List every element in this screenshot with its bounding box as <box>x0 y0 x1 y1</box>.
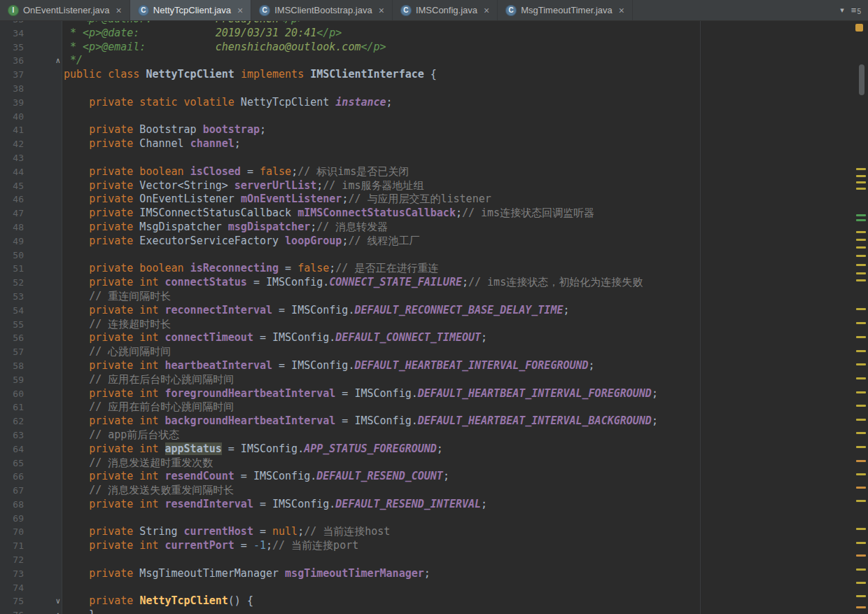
stripe-warning-mark[interactable] <box>856 432 866 434</box>
code-line[interactable]: * <p>@author: FreddyChen</p> <box>64 21 304 27</box>
stripe-warning-mark[interactable] <box>856 336 866 338</box>
code-line[interactable]: private NettyTcpClient() { <box>64 594 253 608</box>
code-line[interactable]: private int connectTimeout = IMSConfig.D… <box>64 331 487 345</box>
tab-IMSClientBootstrap.java[interactable]: CIMSClientBootstrap.java× <box>251 0 393 20</box>
code-line[interactable]: // 消息发送失败重发间隔时长 <box>64 484 234 498</box>
stripe-warning-mark[interactable] <box>856 568 866 571</box>
code-line[interactable]: * <p>@email: chenshichao@outlook.com</p> <box>64 41 386 55</box>
code-token: ; <box>456 207 462 219</box>
code-line[interactable]: private Bootstrap bootstrap; <box>64 123 266 137</box>
fold-marker-icon[interactable]: ∧ <box>24 608 64 614</box>
stripe-warning-mark[interactable] <box>856 528 866 530</box>
code-line[interactable]: private Vector<String> serverUrlList;// … <box>64 179 424 193</box>
code-line[interactable]: private boolean isReconnecting = false;/… <box>64 262 438 276</box>
code-line[interactable]: private String currentHost = null;// 当前连… <box>64 525 390 539</box>
code-line[interactable]: private IMSConnectStatusCallback mIMSCon… <box>64 207 594 221</box>
code-line-row: 53 // 重连间隔时长 <box>0 290 854 304</box>
scrollbar-thumb[interactable] <box>859 64 864 95</box>
code-line[interactable]: private MsgDispatcher msgDispatcher;// 消… <box>64 221 388 235</box>
stripe-warning-mark[interactable] <box>856 239 866 241</box>
code-viewport: 33 * <p>@author: FreddyChen</p>34 * <p>@… <box>0 21 854 614</box>
stripe-warning-mark[interactable] <box>856 188 866 190</box>
close-icon[interactable]: × <box>379 6 384 15</box>
fold-marker-icon[interactable]: ∧ <box>24 54 64 68</box>
stripe-warning-mark[interactable] <box>856 246 866 249</box>
close-icon[interactable]: × <box>116 6 122 15</box>
code-line[interactable]: // 重连间隔时长 <box>64 290 171 304</box>
code-line-row: 59 // 应用在后台时心跳间隔时间 <box>0 373 854 387</box>
code-line[interactable]: private int reconnectInterval = IMSConfi… <box>64 304 569 318</box>
code-line[interactable]: private ExecutorServiceFactory loopGroup… <box>64 235 420 249</box>
stripe-warning-mark[interactable] <box>856 255 866 257</box>
stripe-warning-mark[interactable] <box>856 279 866 281</box>
stripe-warning-mark[interactable] <box>856 473 866 475</box>
stripe-warning-mark[interactable] <box>856 487 866 489</box>
chevron-down-icon[interactable]: ▾ <box>840 6 844 15</box>
code-line-row: 51 private boolean isReconnecting = fals… <box>0 262 854 276</box>
code-token: Bootstrap <box>133 123 202 136</box>
stripe-warning-mark[interactable] <box>856 264 866 266</box>
stripe-warning-mark[interactable] <box>856 542 866 544</box>
stripe-ok-mark[interactable] <box>856 219 866 221</box>
stripe-warning-mark[interactable] <box>856 168 866 170</box>
tab-NettyTcpClient.java[interactable]: CNettyTcpClient.java× <box>130 0 251 20</box>
code-line[interactable]: private int connectStatus = IMSConfig.CO… <box>64 276 643 290</box>
fold-marker-icon <box>24 110 64 124</box>
code-line[interactable]: } <box>64 608 95 614</box>
close-icon[interactable]: × <box>619 6 624 15</box>
stripe-warning-mark[interactable] <box>856 322 866 324</box>
stripe-warning-mark[interactable] <box>856 405 866 407</box>
code-line[interactable]: private int currentPort = -1;// 当前连接port <box>64 539 358 553</box>
code-token: () { <box>228 594 253 607</box>
code-line[interactable]: private OnEventListener mOnEventListener… <box>64 193 491 207</box>
stripe-warning-mark[interactable] <box>856 500 866 502</box>
stripe-warning-mark[interactable] <box>856 554 866 557</box>
editor-area[interactable]: 33 * <p>@author: FreddyChen</p>34 * <p>@… <box>0 21 868 614</box>
code-token <box>158 414 164 427</box>
stripe-warning-mark[interactable] <box>856 419 866 421</box>
code-line[interactable]: private Channel channel; <box>64 137 241 151</box>
stripe-warning-mark[interactable] <box>856 308 866 310</box>
code-line[interactable]: * <p>@date: 2019/03/31 20:41</p> <box>64 27 342 41</box>
code-token: isReconnecting <box>190 262 279 274</box>
tab-list-button[interactable]: ≡5 <box>851 5 861 15</box>
code-line[interactable]: private MsgTimeoutTimerManager msgTimeou… <box>64 567 430 581</box>
stripe-warning-mark[interactable] <box>856 446 866 448</box>
close-icon[interactable]: × <box>484 6 489 15</box>
code-line[interactable]: // 应用在前台时心跳间隔时间 <box>64 400 234 414</box>
stripe-warning-mark[interactable] <box>856 391 866 393</box>
stripe-warning-mark[interactable] <box>856 582 866 584</box>
inspections-indicator[interactable] <box>855 24 863 32</box>
stripe-ok-mark[interactable] <box>856 214 866 216</box>
code-line[interactable]: private static volatile NettyTcpClient i… <box>64 96 393 110</box>
code-line[interactable]: private int foregroundHeartbeatInterval … <box>64 387 658 401</box>
stripe-warning-mark[interactable] <box>856 231 866 233</box>
code-line[interactable]: // 应用在后台时心跳间隔时间 <box>64 373 234 387</box>
code-line[interactable]: public class NettyTcpClient implements I… <box>64 68 437 82</box>
code-line[interactable]: private int appStatus = IMSConfig.APP_ST… <box>64 442 443 456</box>
stripe-warning-mark[interactable] <box>856 175 866 177</box>
stripe-warning-mark[interactable] <box>856 377 866 379</box>
stripe-warning-mark[interactable] <box>856 181 866 183</box>
stripe-warning-mark[interactable] <box>856 272 866 274</box>
code-line[interactable]: // 消息发送超时重发次数 <box>64 456 213 470</box>
code-line[interactable]: // 心跳间隔时间 <box>64 345 171 359</box>
code-line[interactable]: private boolean isClosed = false;// 标识im… <box>64 165 409 179</box>
stripe-warning-mark[interactable] <box>856 363 866 365</box>
stripe-warning-mark[interactable] <box>856 606 866 608</box>
code-line[interactable]: private int heartbeatInterval = IMSConfi… <box>64 359 595 373</box>
stripe-warning-mark[interactable] <box>856 595 866 597</box>
tab-OnEventListener.java[interactable]: IOnEventListener.java× <box>0 0 130 20</box>
stripe-warning-mark[interactable] <box>856 460 866 462</box>
close-icon[interactable]: × <box>237 6 243 15</box>
tab-MsgTimeoutTimer.java[interactable]: CMsgTimeoutTimer.java× <box>498 0 633 20</box>
code-line[interactable]: private int resendInterval = IMSConfig.D… <box>64 498 487 512</box>
code-line[interactable]: // 连接超时时长 <box>64 318 171 332</box>
code-line[interactable]: private int resendCount = IMSConfig.DEFA… <box>64 470 449 484</box>
code-line[interactable]: */ <box>64 54 83 68</box>
tab-IMSConfig.java[interactable]: CIMSConfig.java× <box>393 0 498 20</box>
stripe-warning-mark[interactable] <box>856 350 866 352</box>
fold-marker-icon[interactable]: ∨ <box>24 594 64 608</box>
code-line[interactable]: private int backgroundHeartbeatInterval … <box>64 414 658 428</box>
code-line[interactable]: // app前后台状态 <box>64 428 179 442</box>
